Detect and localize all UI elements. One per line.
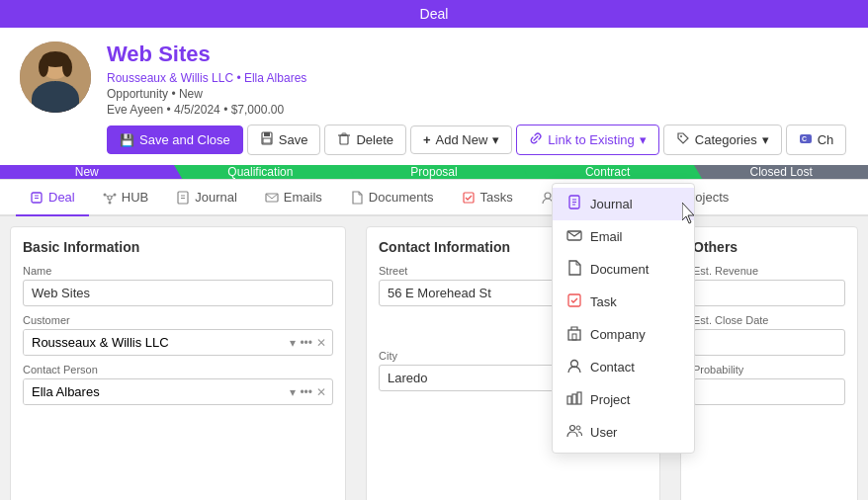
pipeline-step-label: Contract [585,165,630,179]
top-bar-title: Deal [420,6,449,22]
others-title: Others [693,239,845,255]
probability-input[interactable] [693,378,845,405]
emails-icon [265,191,279,205]
contact-more-icon[interactable]: ••• [300,385,312,399]
header-name: Web Sites [107,42,848,67]
add-new-button[interactable]: + Add New ▾ [410,125,512,154]
tab-documents-label: Documents [369,190,434,205]
dropdown-item-user[interactable]: User [553,416,694,449]
tab-documents[interactable]: Documents [336,180,448,216]
contact-input[interactable] [24,379,284,404]
dropdown-item-task-label: Task [590,294,617,309]
pipeline-step-label: Qualification [227,165,293,179]
dropdown-item-company[interactable]: Company [553,318,694,351]
chevron-down-icon: ▾ [492,132,499,147]
est-revenue-input[interactable] [693,280,845,306]
others-section: Others Est. Revenue Est. Close Date Prob… [680,226,858,500]
contact-clear-icon[interactable]: ✕ [316,385,326,399]
save-close-button[interactable]: 💾 Save and Close [107,125,243,154]
pipeline-step-label: New [75,165,99,179]
customer-input[interactable] [24,330,284,355]
svg-rect-10 [264,132,270,136]
svg-point-3 [39,57,48,77]
contact-label: Contact Person [23,364,333,375]
pipeline-step-qualification[interactable]: Qualification [174,165,348,179]
tab-hub-label: HUB [122,190,148,205]
basic-info-title: Basic Information [23,239,333,255]
dropdown-item-email-label: Email [590,229,623,244]
contact-field: ▾ ••• ✕ [23,378,333,405]
tab-deal[interactable]: Deal [16,180,89,216]
est-revenue-label: Est. Revenue [693,265,845,277]
dropdown-item-user-label: User [590,425,617,440]
svg-marker-7 [55,81,63,97]
customer-more-icon[interactable]: ••• [300,336,312,350]
name-label: Name [23,265,333,277]
svg-line-26 [111,195,113,196]
pipeline: New Qualification Proposal Contract Clos… [0,165,868,179]
project-menu-icon [566,390,582,409]
customer-dropdown-icon[interactable]: ▾ [290,336,296,350]
svg-line-25 [106,195,108,196]
basic-info-section: Basic Information Name Customer ▾ ••• ✕ … [10,226,346,500]
contact-controls: ▾ ••• ✕ [284,385,332,399]
svg-rect-46 [567,396,571,404]
document-menu-icon [566,260,582,279]
tab-hub[interactable]: HUB [89,180,162,216]
dropdown-item-contact[interactable]: Contact [553,351,694,383]
dropdown-item-email[interactable]: Email [553,220,694,253]
dropdown-item-document[interactable]: Document [553,253,694,286]
customer-controls: ▾ ••• ✕ [284,336,332,350]
delete-button[interactable]: Delete [324,125,406,155]
svg-rect-44 [572,334,576,340]
svg-point-23 [113,193,116,196]
header-info: Web Sites Rousseaux & Willis LLC • Ella … [107,42,848,155]
est-close-date-input[interactable] [693,329,845,356]
task-menu-icon [566,292,582,311]
est-close-date-label: Est. Close Date [693,314,845,326]
dropdown-item-task[interactable]: Task [553,286,694,318]
ch-button[interactable]: C Ch [786,125,847,155]
contact-dropdown-icon[interactable]: ▾ [290,385,296,399]
dropdown-item-contact-label: Contact [590,360,635,375]
categories-button[interactable]: Categories ▾ [663,125,782,155]
svg-point-49 [570,426,575,431]
header: Web Sites Rousseaux & Willis LLC • Ella … [0,28,868,180]
svg-rect-11 [263,138,271,143]
tab-journal[interactable]: Journal [162,180,251,216]
tasks-icon [462,191,476,205]
avatar [20,42,91,113]
pipeline-step-closed-lost[interactable]: Closed Lost [694,165,868,179]
pipeline-step-contract[interactable]: Contract [521,165,695,179]
tab-emails[interactable]: Emails [251,180,336,216]
journal-icon [176,191,190,205]
link-dropdown-menu: Journal Email Document Task [552,183,695,454]
svg-rect-12 [340,135,348,144]
svg-point-15 [680,135,682,137]
svg-point-4 [62,57,72,77]
top-bar: Deal [0,0,868,28]
tab-tasks[interactable]: Tasks [448,180,527,216]
customer-clear-icon[interactable]: ✕ [316,336,326,350]
delete-icon [337,131,351,148]
dropdown-item-journal-label: Journal [590,197,633,211]
pipeline-step-new[interactable]: New [0,165,174,179]
email-menu-icon [566,227,582,246]
categories-chevron-icon: ▾ [762,132,769,147]
svg-marker-8 [53,81,57,96]
link-to-existing-button[interactable]: Link to Existing ▾ [516,125,658,155]
svg-point-5 [34,87,77,113]
probability-label: Probability [693,364,845,375]
svg-point-22 [103,193,106,196]
toolbar: 💾 Save and Close Save Delete [107,117,848,155]
name-input[interactable] [23,280,333,306]
hub-icon [103,191,117,205]
pipeline-step-proposal[interactable]: Proposal [347,165,521,179]
dropdown-item-journal[interactable]: Journal [553,188,694,220]
teams-icon: C [799,131,813,148]
deal-icon [30,191,43,205]
customer-field: ▾ ••• ✕ [23,329,333,356]
tab-tasks-label: Tasks [480,190,513,205]
save-button[interactable]: Save [247,125,321,155]
dropdown-item-project[interactable]: Project [553,383,694,416]
